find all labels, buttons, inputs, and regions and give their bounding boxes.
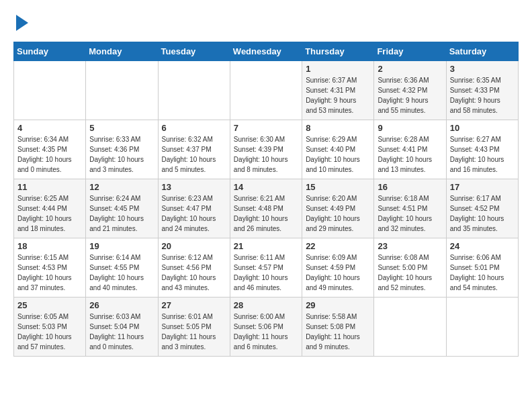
calendar-cell <box>374 298 446 357</box>
calendar-cell: 5Sunrise: 6:33 AM Sunset: 4:36 PM Daylig… <box>86 120 158 179</box>
day-number: 26 <box>89 300 154 310</box>
calendar-cell: 15Sunrise: 6:20 AM Sunset: 4:49 PM Dayli… <box>302 179 374 238</box>
day-number: 10 <box>450 123 515 133</box>
day-info: Sunrise: 6:27 AM Sunset: 4:43 PM Dayligh… <box>450 134 515 175</box>
calendar-cell: 9Sunrise: 6:28 AM Sunset: 4:41 PM Daylig… <box>374 120 446 179</box>
day-info: Sunrise: 6:11 AM Sunset: 4:57 PM Dayligh… <box>234 253 298 293</box>
day-info: Sunrise: 6:00 AM Sunset: 5:06 PM Dayligh… <box>234 312 298 352</box>
day-number: 16 <box>378 182 442 192</box>
calendar-cell: 29Sunrise: 5:58 AM Sunset: 5:08 PM Dayli… <box>302 298 374 357</box>
day-number: 19 <box>89 241 154 251</box>
calendar-cell: 17Sunrise: 6:17 AM Sunset: 4:52 PM Dayli… <box>446 179 518 238</box>
calendar-cell: 13Sunrise: 6:23 AM Sunset: 4:47 PM Dayli… <box>158 179 230 238</box>
day-info: Sunrise: 6:23 AM Sunset: 4:47 PM Dayligh… <box>162 193 226 234</box>
day-info: Sunrise: 6:06 AM Sunset: 5:01 PM Dayligh… <box>450 253 515 293</box>
calendar-cell: 14Sunrise: 6:21 AM Sunset: 4:48 PM Dayli… <box>230 179 302 238</box>
calendar-cell: 7Sunrise: 6:30 AM Sunset: 4:39 PM Daylig… <box>230 120 302 179</box>
day-number: 3 <box>450 64 515 74</box>
calendar-cell: 19Sunrise: 6:14 AM Sunset: 4:55 PM Dayli… <box>86 238 158 298</box>
day-info: Sunrise: 6:15 AM Sunset: 4:53 PM Dayligh… <box>17 253 82 293</box>
calendar-cell: 28Sunrise: 6:00 AM Sunset: 5:06 PM Dayli… <box>230 298 302 357</box>
day-number: 2 <box>378 64 442 74</box>
calendar-cell: 10Sunrise: 6:27 AM Sunset: 4:43 PM Dayli… <box>446 120 518 179</box>
day-number: 11 <box>17 182 82 192</box>
calendar-cell: 21Sunrise: 6:11 AM Sunset: 4:57 PM Dayli… <box>230 238 302 298</box>
calendar-cell: 23Sunrise: 6:08 AM Sunset: 5:00 PM Dayli… <box>374 238 446 298</box>
page-header <box>13 13 519 31</box>
calendar-cell: 1Sunrise: 6:37 AM Sunset: 4:31 PM Daylig… <box>302 61 374 120</box>
calendar-cell: 4Sunrise: 6:34 AM Sunset: 4:35 PM Daylig… <box>14 120 86 179</box>
day-number: 20 <box>162 241 226 251</box>
day-info: Sunrise: 6:24 AM Sunset: 4:45 PM Dayligh… <box>89 193 154 234</box>
day-number: 23 <box>378 241 442 251</box>
day-info: Sunrise: 6:21 AM Sunset: 4:48 PM Dayligh… <box>234 193 298 234</box>
calendar-cell: 26Sunrise: 6:03 AM Sunset: 5:04 PM Dayli… <box>86 298 158 357</box>
day-number: 4 <box>17 123 82 133</box>
header-wednesday: Wednesday <box>230 42 302 61</box>
calendar-cell: 25Sunrise: 6:05 AM Sunset: 5:03 PM Dayli… <box>14 298 86 357</box>
calendar-cell <box>230 61 302 120</box>
day-number: 9 <box>378 123 442 133</box>
calendar-cell <box>14 61 86 120</box>
day-info: Sunrise: 6:20 AM Sunset: 4:49 PM Dayligh… <box>306 193 370 234</box>
day-number: 15 <box>306 182 370 192</box>
day-info: Sunrise: 6:29 AM Sunset: 4:40 PM Dayligh… <box>306 134 370 175</box>
calendar-cell: 6Sunrise: 6:32 AM Sunset: 4:37 PM Daylig… <box>158 120 230 179</box>
header-saturday: Saturday <box>446 42 518 61</box>
day-number: 29 <box>306 300 370 310</box>
day-number: 5 <box>89 123 154 133</box>
day-number: 22 <box>306 241 370 251</box>
calendar-cell: 2Sunrise: 6:36 AM Sunset: 4:32 PM Daylig… <box>374 61 446 120</box>
header-tuesday: Tuesday <box>158 42 230 61</box>
calendar-cell: 22Sunrise: 6:09 AM Sunset: 4:59 PM Dayli… <box>302 238 374 298</box>
calendar-cell: 27Sunrise: 6:01 AM Sunset: 5:05 PM Dayli… <box>158 298 230 357</box>
calendar-header: SundayMondayTuesdayWednesdayThursdayFrid… <box>14 42 519 61</box>
calendar-cell <box>446 298 518 357</box>
calendar-cell: 24Sunrise: 6:06 AM Sunset: 5:01 PM Dayli… <box>446 238 518 298</box>
day-info: Sunrise: 6:01 AM Sunset: 5:05 PM Dayligh… <box>162 312 226 352</box>
calendar-cell: 16Sunrise: 6:18 AM Sunset: 4:51 PM Dayli… <box>374 179 446 238</box>
day-info: Sunrise: 6:32 AM Sunset: 4:37 PM Dayligh… <box>162 134 226 175</box>
day-number: 17 <box>450 182 515 192</box>
day-number: 27 <box>162 300 226 310</box>
header-thursday: Thursday <box>302 42 374 61</box>
day-number: 21 <box>234 241 298 251</box>
day-number: 13 <box>162 182 226 192</box>
calendar-cell: 8Sunrise: 6:29 AM Sunset: 4:40 PM Daylig… <box>302 120 374 179</box>
day-info: Sunrise: 6:33 AM Sunset: 4:36 PM Dayligh… <box>89 134 154 175</box>
day-info: Sunrise: 6:14 AM Sunset: 4:55 PM Dayligh… <box>89 253 154 293</box>
header-sunday: Sunday <box>14 42 86 61</box>
day-info: Sunrise: 6:34 AM Sunset: 4:35 PM Dayligh… <box>17 134 82 175</box>
day-info: Sunrise: 6:30 AM Sunset: 4:39 PM Dayligh… <box>234 134 298 175</box>
day-number: 12 <box>89 182 154 192</box>
day-number: 24 <box>450 241 515 251</box>
day-info: Sunrise: 6:36 AM Sunset: 4:32 PM Dayligh… <box>378 75 442 116</box>
day-number: 8 <box>306 123 370 133</box>
calendar-cell: 20Sunrise: 6:12 AM Sunset: 4:56 PM Dayli… <box>158 238 230 298</box>
header-monday: Monday <box>86 42 158 61</box>
day-info: Sunrise: 6:25 AM Sunset: 4:44 PM Dayligh… <box>17 193 82 234</box>
calendar-table: SundayMondayTuesdayWednesdayThursdayFrid… <box>13 42 519 357</box>
day-info: Sunrise: 6:12 AM Sunset: 4:56 PM Dayligh… <box>162 253 226 293</box>
calendar-cell: 18Sunrise: 6:15 AM Sunset: 4:53 PM Dayli… <box>14 238 86 298</box>
header-friday: Friday <box>374 42 446 61</box>
day-info: Sunrise: 6:03 AM Sunset: 5:04 PM Dayligh… <box>89 312 154 352</box>
day-info: Sunrise: 6:37 AM Sunset: 4:31 PM Dayligh… <box>306 75 370 116</box>
logo <box>13 13 28 31</box>
day-info: Sunrise: 6:05 AM Sunset: 5:03 PM Dayligh… <box>17 312 82 352</box>
day-number: 14 <box>234 182 298 192</box>
logo-arrow-icon <box>16 15 28 31</box>
day-info: Sunrise: 6:18 AM Sunset: 4:51 PM Dayligh… <box>378 193 442 234</box>
day-info: Sunrise: 6:35 AM Sunset: 4:33 PM Dayligh… <box>450 75 515 116</box>
day-number: 25 <box>17 300 82 310</box>
calendar-cell: 3Sunrise: 6:35 AM Sunset: 4:33 PM Daylig… <box>446 61 518 120</box>
day-number: 28 <box>234 300 298 310</box>
day-info: Sunrise: 6:09 AM Sunset: 4:59 PM Dayligh… <box>306 253 370 293</box>
day-info: Sunrise: 6:28 AM Sunset: 4:41 PM Dayligh… <box>378 134 442 175</box>
day-number: 18 <box>17 241 82 251</box>
day-number: 6 <box>162 123 226 133</box>
calendar-cell: 11Sunrise: 6:25 AM Sunset: 4:44 PM Dayli… <box>14 179 86 238</box>
day-info: Sunrise: 5:58 AM Sunset: 5:08 PM Dayligh… <box>306 312 370 352</box>
calendar-cell: 12Sunrise: 6:24 AM Sunset: 4:45 PM Dayli… <box>86 179 158 238</box>
calendar-cell <box>158 61 230 120</box>
